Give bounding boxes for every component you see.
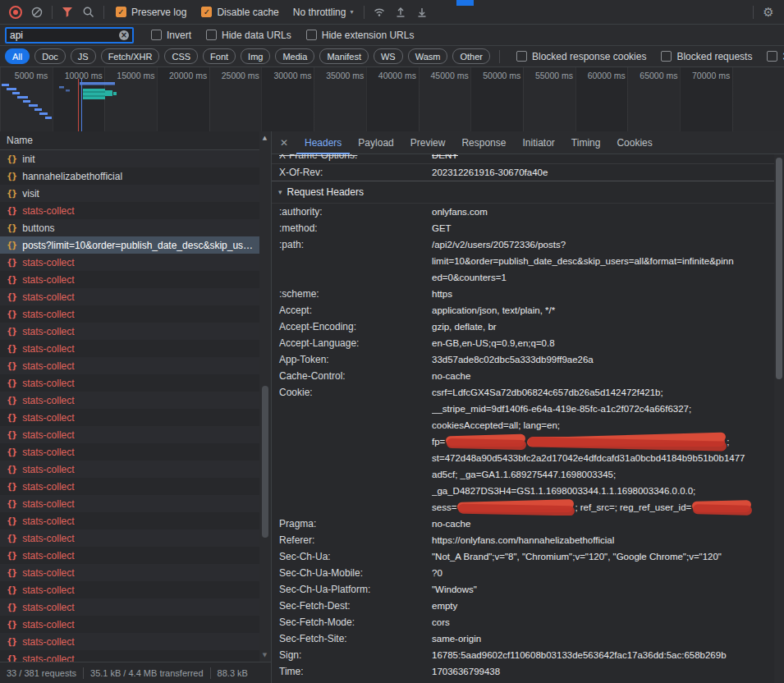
request-row[interactable]: {}stats-collect (0, 547, 259, 564)
blocked-requests-label[interactable]: Blocked requests (676, 51, 752, 62)
scrollbar-thumb[interactable] (776, 158, 782, 379)
chip-font[interactable]: Font (203, 48, 236, 64)
request-row[interactable]: {}stats-collect (0, 650, 259, 662)
settings-button[interactable]: ⚙ (758, 2, 779, 22)
request-row[interactable]: {}posts?limit=10&order=publish_date_desc… (0, 236, 259, 254)
chip-manifest[interactable]: Manifest (319, 48, 369, 64)
request-row[interactable]: {}stats-collect (0, 409, 259, 426)
preserve-log-toggle[interactable]: ✓ Preserve log (116, 7, 186, 18)
filter-input[interactable]: api × (5, 27, 134, 44)
request-row[interactable]: {}stats-collect (0, 512, 259, 529)
blocked-response-cookies-checkbox[interactable] (516, 51, 527, 62)
chip-all[interactable]: All (5, 48, 30, 64)
header-value: 33d57ade8c02dbc5a333db99ff9ae26a (432, 351, 774, 368)
tab-cookies[interactable]: Cookies (608, 131, 660, 154)
request-row[interactable]: {}stats-collect (0, 581, 259, 598)
tab-headers[interactable]: Headers (296, 131, 350, 154)
chip-doc[interactable]: Doc (34, 48, 66, 64)
tab-preview[interactable]: Preview (402, 131, 454, 154)
json-doc-icon: {} (7, 396, 16, 405)
hide-data-urls-toggle[interactable]: Hide data URLs (206, 30, 291, 41)
request-row[interactable]: {}stats-collect (0, 357, 259, 374)
hide-data-urls-checkbox[interactable] (206, 30, 217, 40)
request-row[interactable]: {}stats-collect (0, 616, 259, 633)
disable-cache-checkbox[interactable]: ✓ (201, 7, 212, 17)
request-row[interactable]: {}visit (0, 185, 259, 202)
scroll-up-icon[interactable]: ▲ (259, 135, 270, 141)
timeline-overview[interactable]: 5000 ms10000 ms15000 ms20000 ms25000 ms3… (0, 67, 784, 132)
3rd-party-requests-checkbox[interactable] (767, 51, 777, 62)
tab-response[interactable]: Response (453, 131, 514, 154)
export-har-button[interactable] (411, 2, 433, 22)
header-name: Sec-Fetch-Dest: (272, 598, 432, 614)
request-row[interactable]: {}stats-collect (0, 288, 259, 305)
chip-js[interactable]: JS (71, 48, 96, 64)
tab-timing[interactable]: Timing (563, 131, 609, 154)
clear-filter-icon[interactable]: × (119, 30, 129, 40)
blocked-response-cookies-label[interactable]: Blocked response cookies (532, 51, 646, 62)
blocked-requests-checkbox[interactable] (661, 51, 672, 62)
network-conditions-button[interactable] (369, 2, 390, 22)
request-list-scrollbar[interactable]: ▲ ▼ (259, 131, 272, 662)
invert-label[interactable]: Invert (167, 30, 191, 41)
request-row[interactable]: {}stats-collect (0, 426, 259, 443)
filter-toggle-button[interactable] (57, 2, 78, 22)
blocked-response-cookies-toggle[interactable]: Blocked response cookies (516, 51, 646, 62)
scrollbar-thumb[interactable] (262, 386, 268, 538)
tab-initiator[interactable]: Initiator (514, 131, 562, 154)
search-button[interactable] (78, 2, 99, 22)
request-row[interactable]: {}buttons (0, 219, 259, 236)
header-name: Pragma: (272, 516, 432, 532)
chip-fetch-xhr[interactable]: Fetch/XHR (101, 48, 160, 64)
close-details-button[interactable]: ✕ (272, 137, 296, 149)
request-name: stats-collect (22, 412, 74, 424)
hide-extension-urls-toggle[interactable]: Hide extension URLs (306, 30, 415, 41)
chip-ws[interactable]: WS (374, 48, 403, 64)
request-row[interactable]: {}stats-collect (0, 254, 259, 271)
request-row[interactable]: {}stats-collect (0, 633, 259, 650)
details-scrollbar[interactable] (774, 154, 784, 683)
request-row[interactable]: {}stats-collect (0, 323, 259, 340)
name-column-header[interactable]: Name (0, 131, 272, 150)
hide-extension-urls-label[interactable]: Hide extension URLs (322, 30, 415, 41)
request-row[interactable]: {}stats-collect (0, 443, 259, 461)
disable-cache-label[interactable]: Disable cache (217, 7, 278, 18)
header-name: Sec-Ch-Ua-Platform: (272, 581, 432, 598)
hide-data-urls-label[interactable]: Hide data URLs (222, 30, 291, 41)
invert-checkbox[interactable] (151, 30, 162, 40)
request-row[interactable]: {}stats-collect (0, 374, 259, 392)
chip-other[interactable]: Other (452, 48, 490, 64)
request-row[interactable]: {}stats-collect (0, 202, 259, 219)
request-row[interactable]: {}stats-collect (0, 529, 259, 547)
request-row[interactable]: {}stats-collect (0, 495, 259, 512)
throttling-select[interactable]: No throttling ▾ (293, 7, 354, 18)
clear-button[interactable] (26, 2, 48, 22)
3rd-party-requests-toggle[interactable]: 3rd-party requests (767, 51, 784, 62)
tab-payload[interactable]: Payload (350, 131, 401, 154)
request-row[interactable]: {}stats-collect (0, 392, 259, 409)
chip-wasm[interactable]: Wasm (408, 48, 448, 64)
preserve-log-checkbox[interactable]: ✓ (116, 7, 126, 17)
scroll-down-icon[interactable]: ▼ (259, 652, 270, 658)
request-row[interactable]: {}stats-collect (0, 598, 259, 616)
request-row[interactable]: {}hannahelizabethofficial (0, 167, 259, 185)
record-button[interactable] (5, 2, 26, 22)
request-row[interactable]: {}stats-collect (0, 461, 259, 478)
request-row[interactable]: {}stats-collect (0, 564, 259, 581)
chip-img[interactable]: Img (241, 48, 270, 64)
chip-media[interactable]: Media (275, 48, 314, 64)
request-row[interactable]: {}stats-collect (0, 305, 259, 323)
request-name: stats-collect (22, 205, 74, 217)
blocked-requests-toggle[interactable]: Blocked requests (661, 51, 752, 62)
chip-css[interactable]: CSS (164, 48, 198, 64)
hide-extension-urls-checkbox[interactable] (306, 30, 317, 40)
preserve-log-label[interactable]: Preserve log (131, 7, 186, 18)
request-row[interactable]: {}stats-collect (0, 271, 259, 288)
request-row[interactable]: {}stats-collect (0, 478, 259, 495)
section-header-request-headers[interactable]: ▾Request Headers (272, 181, 774, 204)
request-row[interactable]: {}init (0, 150, 259, 167)
invert-toggle[interactable]: Invert (151, 30, 191, 41)
import-har-button[interactable] (390, 2, 411, 22)
disable-cache-toggle[interactable]: ✓ Disable cache (201, 7, 278, 18)
request-row[interactable]: {}stats-collect (0, 340, 259, 357)
